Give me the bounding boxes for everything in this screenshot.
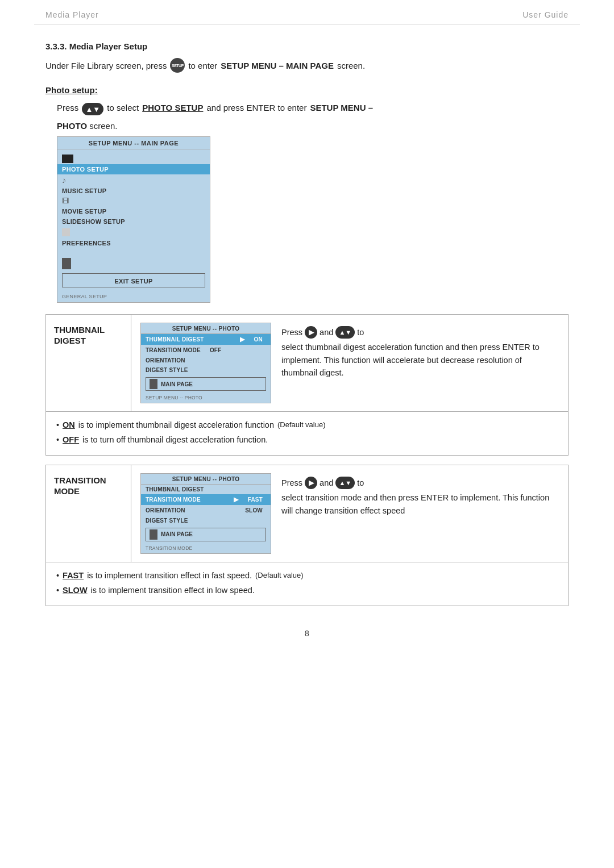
transition-content-cell: SETUP MENU -- PHOTO THUMBNAIL DIGEST TRA… bbox=[131, 465, 568, 562]
nav-icon-single-thumb: ▶ bbox=[305, 326, 317, 339]
menu-items: PHOTO SETUP ♪ MUSIC SETUP 🎞 MOVIE SETUP … bbox=[57, 149, 210, 292]
menu-item-music-setup: MUSIC SETUP bbox=[57, 186, 210, 196]
photo-menu-box-thumbnail: SETUP MENU -- PHOTO THUMBNAIL DIGEST ▶ O… bbox=[140, 323, 271, 403]
menu-item-photo-setup: PHOTO SETUP bbox=[57, 164, 210, 174]
transition-bullets: • FAST is to implement transition effect… bbox=[46, 562, 568, 606]
page-number: 8 bbox=[0, 615, 614, 647]
trans-row-digest-style: DIGEST STYLE bbox=[141, 516, 271, 525]
intro-line: Under File Library screen, press SETUP t… bbox=[45, 58, 569, 73]
exit-icon-row bbox=[57, 256, 210, 271]
bullet-slow: • SLOW is to implement transition effect… bbox=[56, 584, 558, 598]
mainpage-thumb-icon bbox=[150, 379, 157, 389]
trans-row-thumbnail-digest: THUMBNAIL DIGEST bbox=[141, 485, 271, 494]
mainpage-thumb-icon-trans bbox=[150, 529, 157, 540]
exit-thumb-icon bbox=[62, 258, 71, 269]
trans-row-orientation: ORIENTATION SLOW bbox=[141, 505, 271, 516]
bullet-fast: • FAST is to implement transition effect… bbox=[56, 569, 558, 583]
menu-footer: GENERAL SETUP bbox=[57, 292, 210, 302]
bullet-on: • ON is to implement thumbnail digest ac… bbox=[56, 419, 558, 432]
thumbnail-screenshot: SETUP MENU -- PHOTO THUMBNAIL DIGEST ▶ O… bbox=[140, 323, 271, 403]
menu-icon-row-photo bbox=[57, 152, 210, 164]
header-right: User Guide bbox=[522, 10, 569, 19]
thumbnail-description: Press ▶ and ▲▼ to select thumbnail diges… bbox=[281, 323, 559, 403]
menu-item-movie-setup: MOVIE SETUP bbox=[57, 206, 210, 216]
page-content: 3.3.3. Media Player Setup Under File Lib… bbox=[0, 41, 614, 606]
nav-icon-double-trans: ▲▼ bbox=[335, 477, 355, 489]
header-left: Media Player bbox=[45, 10, 99, 19]
setup-icon: SETUP bbox=[170, 58, 185, 73]
music-icon: ♪ bbox=[62, 176, 71, 185]
transition-mode-table: TRANSITION MODE SETUP MENU -- PHOTO THUM… bbox=[45, 465, 569, 606]
transition-main-row: TRANSITION MODE SETUP MENU -- PHOTO THUM… bbox=[46, 465, 568, 562]
photo-setup-label: Photo setup: bbox=[45, 85, 569, 95]
photo-row-digest-style: DIGEST STYLE bbox=[141, 365, 271, 375]
thumbnail-main-row: THUMBNAIL DIGEST SETUP MENU -- PHOTO THU… bbox=[46, 315, 568, 412]
transition-screenshot: SETUP MENU -- PHOTO THUMBNAIL DIGEST TRA… bbox=[140, 473, 271, 554]
menu-icon-row-film: 🎞 bbox=[57, 196, 210, 206]
section-title: 3.3.3. Media Player Setup bbox=[45, 41, 569, 51]
blank-icon bbox=[62, 228, 70, 236]
nav-icon-double-thumb: ▲▼ bbox=[335, 326, 355, 339]
thumbnail-content-cell: SETUP MENU -- PHOTO THUMBNAIL DIGEST ▶ O… bbox=[131, 315, 568, 411]
trans-row-mainpage: MAIN PAGE bbox=[146, 528, 266, 541]
photo-row-thumbnail-digest: THUMBNAIL DIGEST ▶ ON bbox=[141, 334, 271, 345]
nav-icon-updown: ▲▼ bbox=[82, 103, 103, 115]
photo-row-transition-mode: TRANSITION MODE OFF bbox=[141, 345, 271, 356]
page-header: Media Player User Guide bbox=[0, 0, 614, 24]
menu-icon-row-blank bbox=[57, 227, 210, 238]
thumbnail-digest-table: THUMBNAIL DIGEST SETUP MENU -- PHOTO THU… bbox=[45, 314, 569, 456]
nav-icon-single-trans: ▶ bbox=[305, 477, 317, 489]
photo-menu-box-transition: SETUP MENU -- PHOTO THUMBNAIL DIGEST TRA… bbox=[140, 473, 271, 554]
header-divider bbox=[34, 24, 580, 24]
thumbnail-label-cell: THUMBNAIL DIGEST bbox=[46, 315, 131, 411]
photo-icon bbox=[62, 155, 73, 163]
transition-description: Press ▶ and ▲▼ to select transition mode… bbox=[281, 473, 559, 554]
arrow-icon: ▶ bbox=[240, 336, 244, 343]
film-icon: 🎞 bbox=[62, 197, 71, 205]
press-line: Press ▲▼ to select PHOTO SETUP and press… bbox=[45, 103, 569, 115]
transition-label-cell: TRANSITION MODE bbox=[46, 465, 131, 562]
photo-row-orientation: ORIENTATION bbox=[141, 356, 271, 365]
menu-item-preferences: PREFERENCES bbox=[57, 238, 210, 248]
thumbnail-bullets: • ON is to implement thumbnail digest ac… bbox=[46, 412, 568, 455]
trans-row-transition-mode: TRANSITION MODE ▶ FAST bbox=[141, 494, 271, 505]
photo-row-mainpage: MAIN PAGE bbox=[146, 377, 266, 391]
menu-item-slideshow-setup: SLIDESHOW SETUP bbox=[57, 216, 210, 227]
main-menu-screenshot: SETUP MENU -- MAIN PAGE PHOTO SETUP ♪ MU… bbox=[57, 136, 210, 303]
menu-icon-row-music: ♪ bbox=[57, 174, 210, 186]
menu-exit-row: EXIT SETUP bbox=[62, 273, 205, 287]
menu-title-bar: SETUP MENU -- MAIN PAGE bbox=[57, 137, 210, 149]
bullet-off: • OFF is to turn off thumbnail digest ac… bbox=[56, 433, 558, 447]
arrow-icon-trans: ▶ bbox=[234, 496, 238, 503]
